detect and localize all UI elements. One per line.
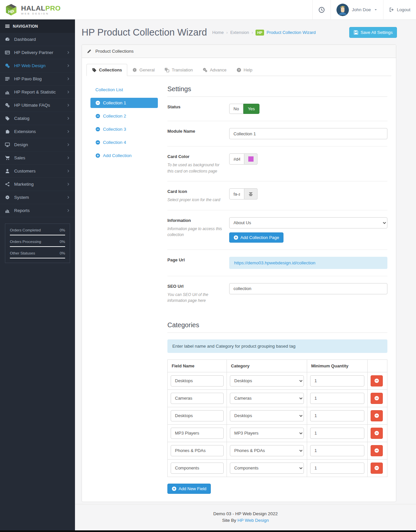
seo-url-input[interactable]: [229, 283, 387, 294]
information-select[interactable]: About Us: [229, 217, 387, 228]
minus-circle-icon: [95, 114, 100, 119]
sidebar-item-system[interactable]: System: [0, 191, 75, 204]
status-no-button[interactable]: No: [229, 104, 243, 114]
min-qty-input[interactable]: [310, 463, 364, 474]
sidebar-item-sales[interactable]: Sales: [0, 151, 75, 165]
sidebar-item-reports[interactable]: Reports: [0, 204, 75, 217]
min-qty-input[interactable]: [310, 375, 364, 386]
gear-icon: [5, 195, 10, 200]
subnav-collection-4[interactable]: Collection 4: [90, 137, 158, 147]
card-icon-input[interactable]: [229, 188, 244, 200]
tab-help[interactable]: ?Help: [232, 64, 257, 76]
desktop-icon: [5, 142, 10, 147]
card-color-picker: [229, 153, 387, 165]
breadcrumb-item-product-collection-wizard[interactable]: Product Collection Wizard: [267, 30, 316, 35]
page-url-link[interactable]: https://demo03.hpwebdesign.id/collection: [234, 260, 315, 265]
field-name-input[interactable]: [171, 375, 224, 386]
menu-bars-icon: [5, 24, 10, 29]
stat-row: Orders Completed0%: [10, 228, 65, 232]
card-color-addon[interactable]: [244, 153, 257, 165]
save-all-settings-button[interactable]: Save All Settings: [349, 27, 397, 38]
page-url-label: Page Url: [167, 257, 185, 262]
module-name-input[interactable]: [229, 128, 387, 139]
delete-row-button[interactable]: [371, 428, 383, 439]
subnav-collection-3[interactable]: Collection 3: [90, 124, 158, 134]
user-menu[interactable]: John Doe: [330, 0, 383, 19]
stat-value: 0%: [60, 228, 65, 232]
cell-min-quantity: [307, 389, 368, 407]
sidebar-item-hp-pavo-blog[interactable]: HP Pavo Blog: [0, 72, 75, 86]
clock-button[interactable]: [312, 0, 330, 19]
sub-item-label: Collection 4: [103, 140, 126, 145]
add-new-field-button[interactable]: Add New Field: [167, 484, 211, 494]
sidebar-item-hp-ultimate-faqs[interactable]: HP Ultimate FAQs: [0, 99, 75, 112]
logout-button[interactable]: Logout: [383, 0, 416, 19]
sidebar-item-marketing[interactable]: Marketing: [0, 178, 75, 191]
add-collection-page-button[interactable]: Add Collection Page: [229, 232, 283, 243]
category-select[interactable]: Desktops: [230, 375, 304, 386]
field-name-input[interactable]: [171, 463, 224, 474]
footer-site-link[interactable]: HP Web Design: [237, 518, 269, 523]
chevron-right-icon: [66, 196, 70, 199]
subnav-collection-1[interactable]: Collection 1: [90, 98, 158, 108]
sidebar-item-hp-delivery-partner[interactable]: HP Delivery Partner: [0, 46, 75, 59]
minus-circle-icon: [374, 378, 379, 383]
sidebar-item-label: Catalog: [14, 116, 62, 121]
category-select[interactable]: Desktops: [230, 410, 304, 421]
tab-translation[interactable]: ATranslation: [159, 64, 198, 76]
tab-general[interactable]: General: [127, 64, 159, 76]
caret-down-icon: [374, 8, 378, 12]
delete-row-button[interactable]: [371, 463, 383, 474]
sidebar-item-hp-report-statistic[interactable]: HP Report & Statistic: [0, 86, 75, 99]
cell-category: Phones & PDAs: [227, 442, 307, 459]
cell-field-name: [168, 459, 227, 477]
subnav-collection-2[interactable]: Collection 2: [90, 111, 158, 121]
field-name-input[interactable]: [171, 445, 224, 456]
user-icon: [5, 169, 10, 173]
min-qty-input[interactable]: [310, 410, 364, 421]
chevron-right-icon: [66, 117, 70, 120]
breadcrumb-item-home: Home: [212, 30, 224, 35]
sidebar-item-label: System: [14, 195, 62, 200]
sidebar-item-design[interactable]: Design: [0, 138, 75, 151]
information-help: Information page to access this collecti…: [167, 226, 225, 238]
min-qty-input[interactable]: [310, 428, 364, 439]
min-qty-input[interactable]: [310, 445, 364, 456]
collection-list-link[interactable]: Collection List: [90, 85, 158, 95]
add-collection-link[interactable]: Add Collection: [90, 150, 158, 161]
stat-row: Orders Processing0%: [10, 240, 65, 244]
delete-row-button[interactable]: [371, 393, 383, 404]
tab-collections[interactable]: Collections: [86, 64, 127, 76]
field-name-input[interactable]: [171, 410, 224, 421]
chevron-right-icon: [66, 182, 70, 186]
table-row: Desktops: [168, 372, 387, 389]
brand-logo[interactable]: HP HALALPRO WEB DESIGN: [0, 0, 75, 19]
delete-row-button[interactable]: [371, 375, 383, 386]
status-yes-button[interactable]: Yes: [243, 104, 259, 114]
table-row: Components: [168, 459, 387, 477]
category-select[interactable]: MP3 Players: [230, 428, 304, 439]
delete-row-button[interactable]: [371, 410, 383, 421]
sidebar-item-hp-web-design[interactable]: HP Web Design: [0, 59, 75, 72]
category-select[interactable]: Phones & PDAs: [230, 445, 304, 456]
tag-icon: [92, 67, 97, 72]
cogs-icon: [5, 63, 10, 68]
tab-label: Translation: [172, 67, 193, 72]
field-name-input[interactable]: [171, 428, 224, 439]
sub-item-label: Collection 2: [103, 114, 126, 119]
min-qty-input[interactable]: [310, 393, 364, 404]
main-column: John Doe Logout HP Product Collection Wi…: [75, 0, 416, 532]
sidebar-item-customers[interactable]: Customers: [0, 165, 75, 178]
field-name-input[interactable]: [171, 393, 224, 404]
sidebar-item-extensions[interactable]: Extensions: [0, 125, 75, 138]
category-select[interactable]: Components: [230, 463, 304, 474]
card-icon-addon[interactable]: [244, 188, 257, 200]
category-select[interactable]: Cameras: [230, 393, 304, 404]
card-color-input[interactable]: [229, 153, 244, 165]
delete-row-button[interactable]: [371, 445, 383, 456]
svg-text:?: ?: [238, 68, 240, 72]
sidebar-item-dashboard[interactable]: Dashboard: [0, 33, 75, 46]
tab-label: Collections: [99, 67, 122, 72]
tab-advance[interactable]: Advance: [198, 64, 232, 76]
sidebar-item-catalog[interactable]: Catalog: [0, 112, 75, 125]
